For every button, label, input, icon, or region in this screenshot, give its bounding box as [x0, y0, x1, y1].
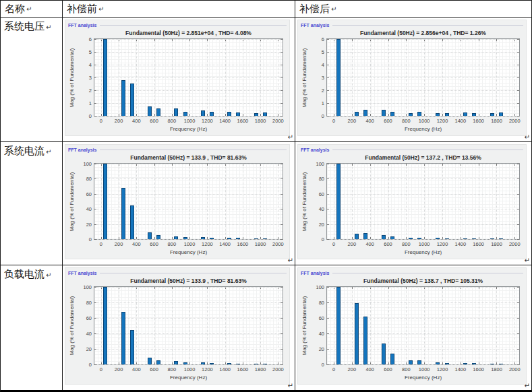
plot-area: 0200400600800100012001400160018002000020…	[326, 163, 520, 240]
fft-bar	[336, 39, 341, 116]
y-tick-label: 0	[89, 362, 92, 368]
fft-chart-loadcurrent-after: Fundamental (50Hz) = 138.7 , THD= 105.31…	[298, 277, 526, 383]
x-tick-label: 1200	[437, 366, 448, 372]
gridline-horizontal	[327, 364, 519, 365]
x-tick-label: 1400	[219, 118, 231, 124]
y-tick-mark	[94, 364, 96, 365]
y-tick-mark	[94, 164, 96, 164]
paragraph-mark: ↵	[288, 382, 293, 389]
x-tick-label: 1400	[219, 241, 231, 247]
x-tick-label: 600	[384, 366, 392, 372]
paragraph-mark: ↵	[525, 257, 530, 264]
panel-rule	[332, 25, 523, 26]
fft-bar	[463, 363, 467, 364]
x-tick-label: 400	[365, 366, 374, 372]
chart-title: Fundamental (50Hz) = 2.856e+04 , THD= 1.…	[326, 30, 520, 36]
y-tick-label: 40	[319, 331, 324, 337]
y-tick-label: 60	[86, 191, 92, 197]
y-tick-label: 1	[322, 100, 324, 106]
row-label-system-current: 系统电流↵	[1, 142, 63, 265]
x-tick-label: 400	[132, 118, 141, 124]
header-cell-after: 补偿后↵	[295, 1, 531, 18]
x-axis-label: Frequency (Hz)	[94, 374, 283, 381]
x-tick-label: 600	[384, 241, 392, 247]
y-tick-label: 60	[319, 315, 324, 321]
y-tick-mark	[280, 164, 283, 164]
x-tick-label: 600	[150, 366, 158, 372]
fft-bar	[355, 234, 359, 239]
fft-bar	[390, 354, 394, 364]
header-cell-name: 名称↵	[1, 1, 63, 18]
x-tick-label: 600	[150, 118, 158, 124]
x-tick-label: 800	[168, 366, 177, 372]
y-tick-mark	[327, 194, 329, 195]
y-tick-mark	[94, 287, 96, 288]
y-tick-label: 100	[316, 284, 324, 290]
fft-analysis-label: FFT analysis	[301, 23, 329, 28]
gridline-vertical	[370, 287, 371, 364]
y-tick-mark	[517, 116, 519, 117]
y-tick-mark	[280, 90, 283, 91]
x-tick-label: 1400	[454, 241, 466, 247]
y-tick-mark	[327, 164, 329, 164]
y-tick-label: 3	[322, 75, 324, 81]
fft-bar	[210, 363, 214, 364]
gridline-vertical	[189, 287, 190, 364]
fft-bar	[254, 364, 258, 364]
y-tick-label: 4	[89, 61, 92, 67]
y-tick-mark	[94, 39, 96, 40]
x-tick-label: 600	[150, 241, 158, 247]
fft-bar	[363, 233, 367, 239]
y-tick-mark	[94, 333, 96, 334]
gridline-horizontal	[94, 52, 283, 53]
fft-bar	[174, 236, 178, 239]
fft-chart-voltage-after: Fundamental (50Hz) = 2.856e+04 , THD= 1.…	[298, 29, 526, 134]
y-tick-mark	[280, 39, 283, 40]
y-tick-mark	[327, 65, 329, 65]
paragraph-mark: ↵	[331, 5, 336, 13]
x-tick-label: 1400	[454, 366, 466, 372]
y-tick-mark	[280, 287, 283, 288]
y-tick-mark	[94, 116, 96, 117]
fft-bar	[263, 112, 267, 116]
y-tick-mark	[280, 349, 283, 350]
fft-bar	[227, 112, 231, 116]
y-tick-mark	[517, 333, 519, 334]
paragraph-mark: ↵	[46, 148, 51, 156]
fft-bar	[130, 84, 134, 116]
gridline-vertical	[225, 287, 226, 364]
paragraph-mark: ↵	[98, 5, 104, 13]
x-tick-label: 0	[332, 241, 335, 247]
fft-bar	[390, 236, 394, 239]
gridline-vertical	[461, 164, 461, 239]
fft-analysis-panel: FFT analysis Fundamental (50Hz) = 133.9 …	[65, 144, 290, 259]
gridline-vertical	[424, 287, 425, 364]
plot-cell-loadcurrent-after: FFT analysis Fundamental (50Hz) = 138.7 …	[295, 265, 531, 390]
x-tick-label: 0	[100, 366, 102, 372]
x-tick-label: 800	[402, 366, 411, 372]
gridline-vertical	[352, 164, 353, 239]
x-axis-label: Frequency (Hz)	[94, 126, 283, 132]
y-tick-label: 80	[86, 176, 92, 182]
fft-analysis-panel: FFT analysis Fundamental (50Hz) = 133.9 …	[65, 267, 290, 385]
panel-header: FFT analysis	[301, 22, 523, 29]
fft-bar	[130, 205, 134, 239]
chart-title: Fundamental (50Hz) = 133.9 , THD= 81.63%	[94, 277, 283, 284]
paragraph-mark: ↵	[525, 382, 530, 389]
fft-bar	[183, 362, 187, 364]
y-tick-label: 80	[319, 300, 324, 306]
paragraph-mark: ↵	[46, 271, 51, 279]
x-tick-label: 200	[115, 118, 123, 124]
y-tick-mark	[517, 103, 519, 104]
fft-bar	[156, 235, 160, 239]
gridline-vertical	[101, 164, 102, 239]
gridline-vertical	[243, 287, 243, 364]
y-tick-label: 80	[86, 300, 92, 306]
chart-title: Fundamental (50Hz) = 2.851e+04 , THD= 4.…	[94, 30, 283, 36]
y-tick-mark	[280, 178, 283, 179]
fft-bar	[210, 112, 214, 116]
x-axis-label: Frequency (Hz)	[327, 249, 519, 255]
gridline-vertical	[388, 287, 389, 364]
chart-title: Fundamental (50Hz) = 133.9 , THD= 81.63%	[94, 154, 283, 161]
y-tick-label: 40	[86, 331, 92, 337]
